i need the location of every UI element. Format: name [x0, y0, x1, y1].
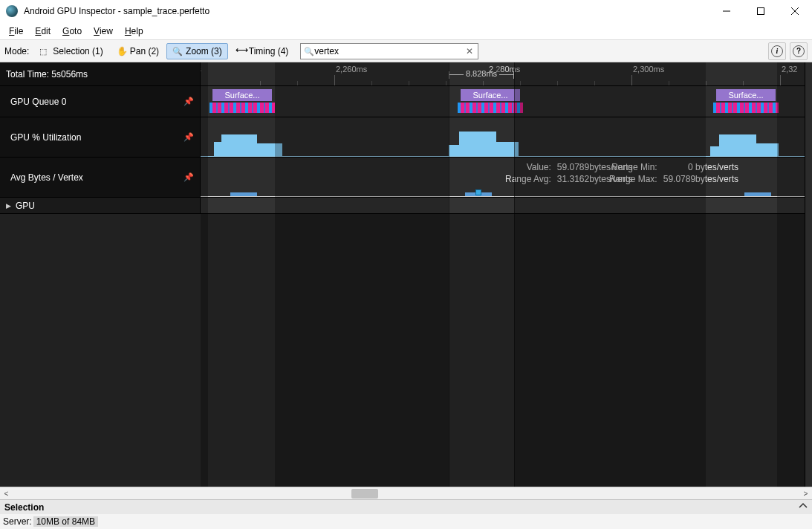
track-gpu-group: ▶ GPU: [0, 198, 812, 214]
search-box[interactable]: ✕: [300, 43, 478, 59]
track-avg-bytes: Avg Bytes / Vertex 📌 Value: 59.0789bytes…: [0, 158, 812, 198]
tooltip-label: Range Min:: [609, 162, 657, 172]
track-label: GPU Queue 0: [10, 97, 66, 107]
mode-zoom-label: Zoom (3): [186, 46, 222, 56]
close-button[interactable]: [778, 0, 812, 22]
mode-selection-button[interactable]: Selection (1): [33, 43, 108, 59]
timeline-empty-area[interactable]: [0, 214, 812, 487]
ruler-tick-label: 2,300ms: [633, 65, 664, 74]
status-memory: 10MB of 84MB: [33, 516, 98, 527]
track-body-gpu-queue[interactable]: Surface... Surface... Surface...: [201, 86, 812, 117]
total-time-header: Total Time: 5s056ms: [0, 62, 201, 85]
tooltip-label: Range Max:: [609, 174, 657, 184]
minimize-button[interactable]: [709, 0, 744, 22]
track-header-avg-bytes[interactable]: Avg Bytes / Vertex 📌: [0, 158, 201, 197]
scroll-thumb[interactable]: [351, 489, 378, 499]
info-button[interactable]: i: [768, 42, 786, 60]
close-icon: [791, 7, 799, 15]
mode-timing-label: Timing (4): [249, 46, 289, 56]
queue-stripes: [458, 103, 523, 113]
ruler-tick-label: 2,260ms: [336, 65, 367, 74]
mode-label: Mode:: [4, 46, 29, 56]
tooltip-value: 59.0789bytes/verts: [663, 174, 738, 184]
pin-icon[interactable]: 📌: [183, 132, 194, 142]
surface-block[interactable]: Surface...: [212, 89, 272, 101]
selection-range-indicator: 8.828ms: [449, 71, 514, 79]
horizontal-scrollbar[interactable]: < >: [0, 487, 812, 499]
mode-timing-button[interactable]: Timing (4): [230, 43, 295, 59]
scroll-left-button[interactable]: <: [0, 487, 13, 500]
track-label: GPU: [16, 201, 35, 211]
menu-goto[interactable]: Goto: [56, 25, 88, 38]
track-header-gpu-util[interactable]: GPU % Utilization 📌: [0, 117, 201, 157]
surface-block[interactable]: Surface...: [716, 89, 776, 101]
svg-rect-1: [758, 8, 764, 15]
window-title: Android GPU Inspector - sample_trace.per…: [24, 6, 709, 16]
track-gpu-util: GPU % Utilization 📌: [0, 117, 812, 158]
scroll-track[interactable]: [13, 487, 799, 499]
status-server-label: Server:: [3, 516, 32, 527]
pan-icon: [117, 46, 127, 56]
expand-panel-icon[interactable]: [799, 502, 808, 513]
track-header-gpu-group[interactable]: ▶ GPU: [0, 198, 201, 213]
clear-search-button[interactable]: ✕: [464, 46, 475, 56]
menu-help[interactable]: Help: [119, 25, 149, 38]
menu-file[interactable]: File: [3, 25, 29, 38]
info-icon: i: [771, 45, 783, 57]
queue-stripes: [210, 103, 275, 113]
track-label: GPU % Utilization: [10, 132, 81, 143]
track-body-avg-bytes[interactable]: Value: 59.0789bytes/verts Range Avg: 31.…: [201, 158, 812, 197]
surface-block[interactable]: Surface...: [461, 89, 520, 101]
toolbar: Mode: Selection (1) Pan (2) Zoom (3) Tim…: [0, 40, 812, 62]
ruler-tick-label: 2,32: [782, 65, 797, 74]
vertical-scrollbar[interactable]: [805, 62, 812, 487]
search-icon: [304, 45, 314, 56]
zoom-icon: [172, 46, 183, 56]
expand-icon[interactable]: ▶: [6, 202, 11, 210]
selection-span-label: 8.828ms: [466, 69, 497, 78]
ruler-row: Total Time: 5s056ms 4ms 2,260ms 2 280ms …: [0, 62, 812, 86]
mode-zoom-button[interactable]: Zoom (3): [166, 43, 228, 59]
value-tooltip-right: Range Min: 0 bytes/verts Range Max: 59.0…: [609, 162, 738, 184]
tooltip-value: 0 bytes/verts: [663, 162, 738, 172]
track-label: Avg Bytes / Vertex: [10, 172, 83, 183]
search-input[interactable]: [314, 46, 464, 56]
track-header-gpu-queue[interactable]: GPU Queue 0 📌: [0, 86, 201, 117]
menu-view[interactable]: View: [88, 25, 119, 38]
maximize-button[interactable]: [744, 0, 778, 22]
track-gpu-queue: GPU Queue 0 📌 Surface... Surface... Surf…: [0, 86, 812, 117]
window-controls: [709, 0, 812, 22]
app-icon: [6, 5, 18, 17]
track-body-gpu-group[interactable]: [201, 198, 812, 213]
mode-pan-label: Pan (2): [130, 46, 159, 56]
track-body-gpu-util[interactable]: [201, 117, 812, 157]
mode-pan-button[interactable]: Pan (2): [111, 43, 165, 59]
help-icon: ?: [793, 45, 805, 57]
hover-marker: [475, 189, 481, 195]
menu-edit[interactable]: Edit: [29, 25, 56, 38]
titlebar: Android GPU Inspector - sample_trace.per…: [0, 0, 812, 22]
timing-icon: [236, 46, 246, 56]
ruler-body[interactable]: 4ms 2,260ms 2 280ms 2,300ms 2,32: [201, 62, 812, 85]
tooltip-label: Range Avg:: [505, 174, 551, 184]
scroll-right-button[interactable]: >: [799, 487, 812, 500]
pin-icon[interactable]: 📌: [183, 172, 194, 182]
mode-selection-label: Selection (1): [53, 46, 103, 56]
total-time-label: Total Time: 5s056ms: [6, 69, 88, 79]
ruler-left-label: 4ms: [201, 65, 201, 74]
selection-panel-header[interactable]: Selection: [0, 499, 812, 514]
minimize-icon: [723, 7, 730, 15]
queue-stripes: [713, 103, 779, 113]
pin-icon[interactable]: 📌: [183, 97, 194, 106]
timeline-panel: Total Time: 5s056ms 4ms 2,260ms 2 280ms …: [0, 62, 812, 487]
maximize-icon: [757, 7, 764, 15]
selection-icon: [39, 46, 50, 56]
statusbar: Server: 10MB of 84MB: [0, 514, 812, 529]
selection-panel-title: Selection: [4, 502, 44, 513]
menubar: File Edit Goto View Help: [0, 22, 812, 40]
help-button[interactable]: ?: [790, 42, 808, 60]
tooltip-label: Value:: [505, 162, 551, 172]
